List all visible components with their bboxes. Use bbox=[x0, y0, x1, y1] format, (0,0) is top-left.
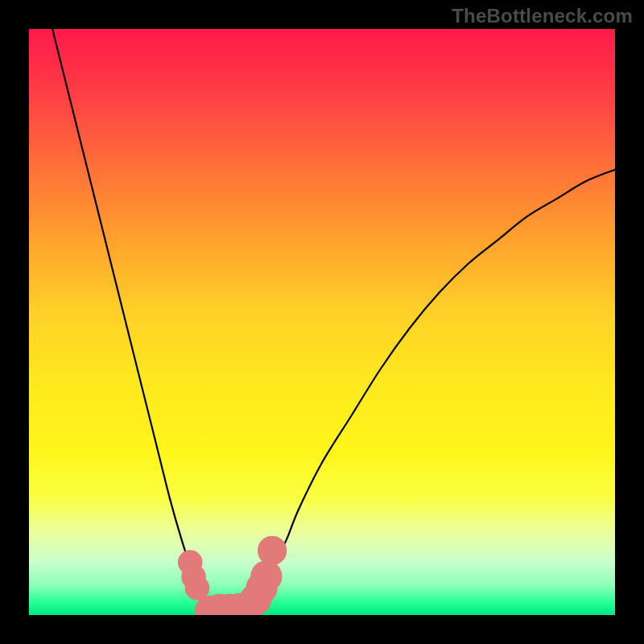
marker-dot bbox=[258, 536, 287, 565]
curves-svg bbox=[29, 29, 615, 615]
plot-area bbox=[29, 29, 615, 615]
marker-dots bbox=[178, 536, 287, 615]
right-curve bbox=[240, 170, 615, 615]
watermark-text: TheBottleneck.com bbox=[452, 5, 633, 27]
chart-frame: TheBottleneck.com bbox=[0, 0, 644, 644]
marker-dot bbox=[250, 560, 282, 592]
left-curve bbox=[52, 29, 217, 615]
